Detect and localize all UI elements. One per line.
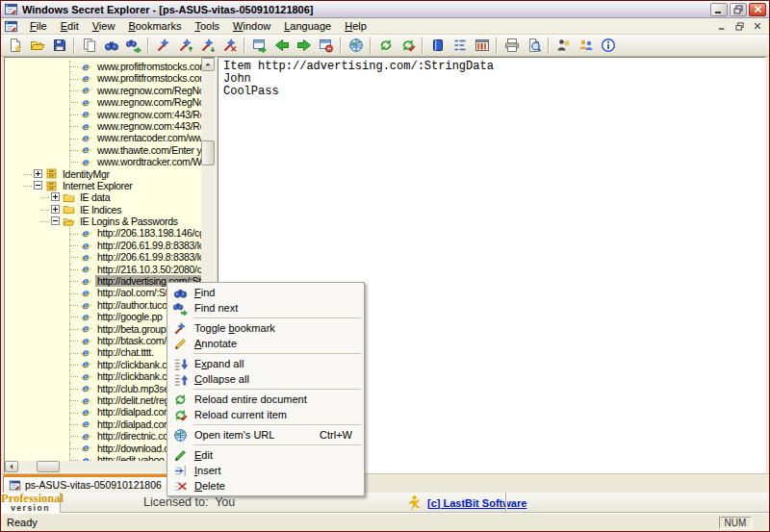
tree-item[interactable]: ewww.regnow.com:443/RegNo [5,109,201,120]
menu-file[interactable]: File [23,19,54,33]
expand-toggle[interactable] [51,191,60,203]
back-button[interactable] [270,36,293,56]
tree-item[interactable]: IE Logins & Passwords [5,215,201,227]
internet-item-icon: e [80,358,92,370]
context-menu-item-collapse-all[interactable]: Collapse all [167,371,364,387]
open-button[interactable] [26,36,48,56]
forward-button[interactable] [293,36,315,56]
find-next-icon [126,38,141,53]
tree-item[interactable]: ehttp://206.183.198.146/cgi-bi [5,227,201,239]
context-menu-item-annotate[interactable]: Annotate [167,336,364,351]
menu-view[interactable]: View [86,19,122,33]
copy-button[interactable] [78,36,100,56]
clear-bookmarks-button[interactable] [218,36,241,56]
minimize-button[interactable] [710,3,728,16]
context-menu-item-find-next[interactable]: Find next [167,300,364,316]
tree-item[interactable]: ehttp://216.10.3.50:2080/cpan [5,264,201,275]
menu-tools[interactable]: Tools [188,19,226,33]
context-menu-item-edit[interactable]: Edit [167,447,364,463]
title-bar: Windows Secret Explorer - [ps-ASUS-vitas… [1,1,769,18]
menu-language[interactable]: Language [277,19,338,33]
mdi-minimize-button[interactable] [715,20,730,33]
tree-item[interactable]: ewww.wordtracker.com/Wordtr [5,156,201,167]
context-menu-item-toggle-bookmark[interactable]: Toggle bookmark [167,320,364,336]
tree-item[interactable]: IdentityMgr [5,168,201,180]
svg-text:e: e [82,109,90,119]
tree-item-label: www.regnow.com:443/RegNo [95,120,201,132]
tree-item[interactable]: IE data [5,191,201,203]
find-button[interactable] [100,36,122,56]
scroll-left-button[interactable] [5,461,18,472]
print-button[interactable] [500,36,523,56]
save-button[interactable] [48,36,70,56]
tree-item-label: www.wordtracker.com/Wordtr [95,156,201,167]
wizard-button[interactable] [552,36,575,56]
context-menu-item-find[interactable]: Find [167,285,364,300]
document-tab-ps-asus-vitas-050910121806[interactable]: ps-ASUS-vitas-050910121806 [3,474,167,493]
context-menu-item-expand-all[interactable]: Expand all [167,356,364,371]
new-document-button[interactable] [4,36,26,56]
forward-icon [296,38,312,53]
context-menu-item-reload-entire-document[interactable]: Reload entire document [167,392,364,407]
svg-text:e: e [82,73,90,84]
tree-item[interactable]: ewww.regnow.com/RegNow Ve [5,96,201,108]
open-url-button[interactable] [345,36,367,56]
context-menu-item-insert[interactable]: Insert [167,463,364,478]
tree-item-label: http://206.61.99.8:8383/logo [95,251,201,263]
context-menu-item-open-item-s-url[interactable]: Open item's URLCtrl+W [167,427,364,443]
wizard-icon [556,38,572,53]
toggle-bookmark-button[interactable] [152,36,174,56]
mdi-restore-button[interactable] [732,20,747,33]
menu-edit[interactable]: Edit [54,19,86,33]
tree-item-label: www.thawte.com/Enter your [95,144,201,156]
svg-text:e: e [82,323,90,334]
restore-button[interactable] [730,3,747,16]
edition-badge: Professional version [1,493,61,513]
tree-item[interactable]: ehttp://206.61.99.8:8383/login [5,240,201,251]
go-to-item-button[interactable] [248,36,270,56]
document-tab-icon [9,479,21,492]
scroll-up-button[interactable] [201,58,215,71]
vendor-link[interactable]: [c] LastBit Software [427,497,526,509]
horizontal-scroll-thumb[interactable] [37,461,60,472]
tree-item[interactable]: ewww.thawte.com/Enter your [5,144,201,156]
accounts-button[interactable] [575,36,597,56]
item-list-button[interactable] [471,36,493,56]
bookmarks-book-button[interactable] [426,36,449,56]
internet-item-icon: e [80,96,92,109]
tree-item[interactable]: ewww.regnow.com/RegNow Af [5,85,201,96]
store-icon [45,167,58,180]
reload-item-button[interactable] [397,36,419,56]
menu-window[interactable]: Window [226,19,277,33]
reload-document-button[interactable] [374,36,397,56]
menu-bookmarks[interactable]: Bookmarks [121,19,188,33]
find-next-button[interactable] [122,36,144,56]
tree-item[interactable]: ewww.regnow.com:443/RegNo [5,120,201,132]
context-menu-item-reload-current-item[interactable]: Reload current item [167,407,364,422]
tree-item-label: http://download.c [95,443,170,454]
tree-view-button[interactable] [449,36,471,56]
tree-item[interactable]: IE Indices [5,204,201,215]
expand-toggle[interactable] [34,168,42,180]
expand-toggle[interactable] [51,204,60,215]
stop-button[interactable] [315,36,337,56]
expand-toggle[interactable] [34,180,42,191]
previous-bookmark-button[interactable] [174,36,196,56]
expand-toggle[interactable] [51,215,60,227]
internet-item-icon: e [80,394,92,407]
close-button[interactable] [749,3,766,16]
menu-help[interactable]: Help [338,19,373,33]
tree-item[interactable]: ewww.profitfromstocks.com:80 [5,72,201,84]
collapse-all-icon [172,371,188,387]
print-preview-button[interactable] [523,36,545,56]
about-button[interactable] [597,36,619,56]
tree-item[interactable]: ewww.profitfromstocks.com/Di [5,61,201,72]
context-menu-item-delete[interactable]: Delete [167,478,364,494]
next-bookmark-button[interactable] [196,36,218,56]
tree-item[interactable]: ewww.rentacoder.com/www.re [5,132,201,143]
vertical-scroll-thumb[interactable] [201,140,215,165]
tree-item[interactable]: Internet Explorer [5,180,201,191]
mdi-close-button[interactable] [750,20,764,33]
tree-item[interactable]: ehttp://206.61.99.8:8383/logo [5,251,201,263]
divider [505,493,507,512]
